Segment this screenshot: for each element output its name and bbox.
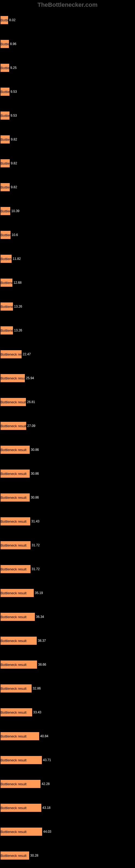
chart-row: Bottleneck result31.72 (0, 536, 135, 560)
bar-value: 32.86 (32, 684, 41, 692)
bar-label: Bottleneck result (1, 708, 27, 716)
bar-value: 22.47 (21, 350, 31, 358)
bar-value: 30.86 (30, 493, 39, 501)
bar-value: 40.84 (39, 732, 48, 740)
bar-label: Bottleneck result (1, 732, 27, 740)
chart-row: Bottleneck result9.82 (0, 130, 135, 154)
bar-label: Bottleneck result (1, 446, 27, 454)
bar-value: 30.86 (30, 446, 39, 454)
bar-value: 10.6 (10, 231, 18, 239)
bar-value: 8.96 (9, 40, 16, 48)
bar-value: 9.53 (9, 112, 17, 120)
chart-row: Bottleneck result30.86 (0, 465, 135, 489)
bar-value: 12.68 (12, 279, 21, 287)
chart-row: Bottleneck result26.81 (0, 393, 135, 417)
bar-label: Bottleneck result (1, 589, 27, 597)
bar-label: Bottleneck result (1, 422, 27, 430)
bar-label: Bottleneck result (1, 660, 27, 669)
bar-label: Bottleneck result (1, 398, 27, 406)
bar-chart: Bottleneck result8.02Bottleneck result8.… (0, 11, 135, 868)
bar-label: Bottleneck result (1, 493, 27, 501)
bar-label: Bottleneck result (1, 374, 27, 382)
bar-label: Bottleneck result (1, 804, 27, 812)
bar-value: 35.19 (34, 589, 43, 597)
chart-row: Bottleneck result12.68 (0, 274, 135, 298)
chart-row: Bottleneck result22.47 (0, 345, 135, 369)
bar-value: 42.28 (41, 780, 50, 788)
chart-row: Bottleneck result10.39 (0, 202, 135, 226)
bar-value: 25.94 (25, 374, 34, 382)
bar-value: 30.86 (30, 469, 39, 478)
chart-row: Bottleneck result31.72 (0, 560, 135, 584)
bar-label: Bottleneck result (1, 469, 27, 478)
chart-row: Bottleneck result40.84 (0, 727, 135, 751)
chart-row: Bottleneck result9.53 (0, 106, 135, 130)
bar-value: 44.03 (42, 828, 51, 836)
bar-value: 31.43 (30, 517, 39, 525)
chart-row: Bottleneck result9.82 (0, 178, 135, 202)
chart-row: Bottleneck result11.82 (0, 250, 135, 274)
bar-value: 11.82 (12, 255, 21, 263)
bar-label: Bottleneck result (1, 541, 27, 549)
bar-value: 30.28 (29, 851, 38, 860)
chart-row: Bottleneck result27.09 (0, 417, 135, 441)
chart-row: Bottleneck result44.03 (0, 823, 135, 846)
bar-value: 31.72 (31, 565, 40, 573)
chart-row: Bottleneck result9.82 (0, 154, 135, 178)
bar-value: 43.71 (42, 756, 51, 764)
chart-row: Bottleneck result13.26 (0, 321, 135, 345)
chart-row: Bottleneck result35.19 (0, 584, 135, 608)
bar-value: 26.81 (26, 398, 35, 406)
chart-row: Bottleneck result30.86 (0, 489, 135, 513)
bar-value: 8.02 (8, 16, 15, 24)
chart-row: Bottleneck result25.94 (0, 369, 135, 393)
bar-value: 38.37 (37, 637, 46, 645)
chart-row: Bottleneck result32.86 (0, 680, 135, 703)
bar-value: 9.53 (9, 88, 17, 96)
bar-label: Bottleneck result (1, 780, 27, 788)
chart-row: Bottleneck result13.26 (0, 298, 135, 321)
chart-row: Bottleneck result43.71 (0, 751, 135, 775)
bar-value: 9.25 (9, 64, 16, 72)
bar-label: Bottleneck result (1, 517, 27, 525)
bar-value: 27.09 (26, 422, 35, 430)
bar-value: 33.43 (32, 708, 41, 716)
bar-value: 10.39 (10, 207, 19, 215)
chart-row: Bottleneck result8.02 (0, 11, 135, 35)
chart-row: Bottleneck result38.37 (0, 632, 135, 656)
watermark-text: TheBottlenecker.com (0, 0, 135, 11)
chart-row: Bottleneck result38.66 (0, 656, 135, 680)
bar-value: 9.82 (10, 135, 17, 144)
bar-value: 36.34 (35, 613, 44, 621)
chart-row: Bottleneck result30.28 (0, 846, 135, 868)
bar-label: Bottleneck result (1, 851, 27, 860)
chart-row: Bottleneck result30.86 (0, 441, 135, 465)
bar-label: Bottleneck result (1, 828, 27, 836)
bar-value: 38.66 (37, 660, 46, 669)
chart-row: Bottleneck result36.34 (0, 608, 135, 632)
bar-value: 9.82 (10, 183, 17, 191)
bar-value: 13.26 (13, 303, 22, 311)
chart-row: Bottleneck result8.96 (0, 35, 135, 59)
chart-row: Bottleneck result42.28 (0, 775, 135, 799)
chart-row: Bottleneck result9.53 (0, 83, 135, 106)
chart-row: Bottleneck result9.25 (0, 59, 135, 83)
bar-value: 43.18 (41, 804, 50, 812)
bar-value: 9.82 (10, 159, 17, 167)
chart-row: Bottleneck result33.43 (0, 703, 135, 727)
bar-label: Bottleneck result (1, 565, 27, 573)
chart-row: Bottleneck result43.18 (0, 799, 135, 823)
chart-row: Bottleneck result31.43 (0, 513, 135, 536)
bar-label: Bottleneck result (1, 756, 27, 764)
bar-value: 13.26 (13, 326, 22, 335)
bar-value: 31.72 (31, 541, 40, 549)
chart-row: Bottleneck result10.6 (0, 226, 135, 250)
bar-label: Bottleneck result (1, 684, 27, 692)
bar-label: Bottleneck result (1, 637, 27, 645)
bar-label: Bottleneck result (1, 613, 27, 621)
